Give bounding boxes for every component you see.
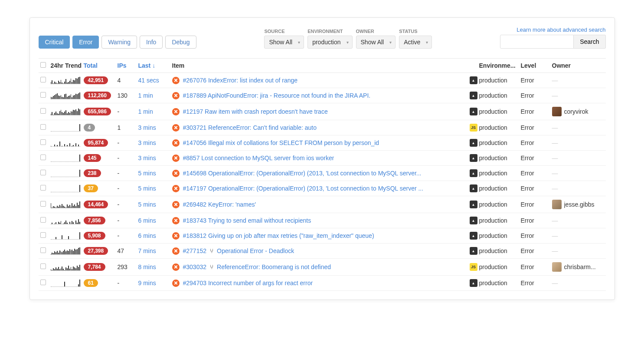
level-filter-buttons: Critical Error Warning Info Debug — [39, 36, 196, 49]
row-checkbox[interactable] — [40, 185, 46, 191]
search-button[interactable]: Search — [574, 35, 605, 49]
error-icon — [172, 217, 180, 224]
level-value: Error — [521, 280, 552, 286]
environment-dropdown[interactable]: production — [307, 36, 352, 49]
item-title-link[interactable]: #303721 ReferenceError: Can't find varia… — [183, 124, 317, 131]
total-badge: 14,464 — [84, 201, 108, 208]
col-ips[interactable]: IPs — [118, 62, 138, 69]
item-title-link[interactable]: #183812 Giving up on job after max retri… — [183, 232, 374, 239]
table-row: 61-9 mins#294703 Incorrect number of arg… — [39, 276, 606, 291]
item-title-link[interactable]: #8857 Lost connection to MySQL server fr… — [183, 155, 334, 161]
owner-dropdown[interactable]: Show All — [356, 36, 396, 49]
col-last[interactable]: Last ↓ — [138, 62, 168, 69]
item-title-link[interactable]: #147197 OperationalError: (OperationalEr… — [183, 185, 424, 192]
search-input[interactable] — [500, 35, 574, 49]
total-badge: 61 — [84, 279, 98, 287]
platform-icon — [470, 108, 477, 115]
item-title-link[interactable]: Operational Error - Deadlock — [217, 247, 294, 254]
item-title-link[interactable]: #147056 Illegal mix of collations for SE… — [183, 139, 379, 146]
platform-icon — [470, 92, 477, 99]
row-checkbox[interactable] — [40, 155, 46, 160]
item-title-link[interactable]: #267076 IndexError: list index out of ra… — [183, 77, 298, 84]
item-id[interactable]: #303032 — [183, 263, 207, 270]
last-seen-link[interactable]: 9 mins — [138, 280, 168, 286]
status-dropdown[interactable]: Active — [399, 36, 432, 49]
no-owner: — — [552, 124, 558, 131]
owner-name: jesse.gibbs — [564, 201, 595, 208]
row-checkbox[interactable] — [40, 170, 46, 175]
owner-cell: — — [552, 139, 604, 146]
table-row: 655,986-1 min#12197 Raw item with crash … — [39, 103, 606, 120]
last-seen-link[interactable]: 6 mins — [138, 232, 168, 239]
javascript-icon: JS — [470, 124, 477, 132]
last-seen-link[interactable]: 7 mins — [138, 247, 168, 254]
row-checkbox[interactable] — [40, 201, 46, 207]
total-badge: 95,874 — [84, 139, 108, 147]
sparkline — [51, 217, 80, 224]
advanced-search-link[interactable]: Learn more about advanced search — [517, 26, 605, 33]
last-seen-link[interactable]: 6 mins — [138, 217, 168, 224]
no-owner: — — [552, 170, 558, 177]
owner-avatar — [552, 262, 562, 272]
last-seen-link[interactable]: 5 mins — [138, 185, 168, 192]
last-seen-link[interactable]: 5 mins — [138, 170, 168, 177]
owner-cell: — — [552, 217, 604, 224]
environment-value: production — [479, 139, 521, 146]
select-all-checkbox[interactable] — [40, 62, 46, 68]
last-seen-link[interactable]: 8 mins — [138, 263, 168, 270]
row-checkbox[interactable] — [40, 247, 46, 253]
level-value: Error — [521, 155, 552, 161]
col-item: Item — [168, 62, 468, 69]
error-icon — [172, 185, 180, 192]
item-title-link[interactable]: #12197 Raw item with crash report doesn'… — [183, 108, 328, 115]
owner-label: OWNER — [356, 29, 396, 34]
filter-error[interactable]: Error — [72, 36, 99, 49]
col-total[interactable]: Total — [84, 62, 118, 69]
item-title-link[interactable]: #269482 KeyError: 'names' — [183, 201, 256, 208]
owner-avatar — [552, 107, 562, 116]
row-checkbox[interactable] — [40, 217, 46, 223]
filter-warning[interactable]: Warning — [101, 36, 137, 49]
owner-cell: — — [552, 280, 604, 286]
error-icon — [172, 232, 180, 240]
row-checkbox[interactable] — [40, 139, 46, 145]
filter-critical[interactable]: Critical — [39, 36, 70, 49]
no-owner: — — [552, 280, 558, 286]
no-owner: — — [552, 92, 558, 99]
status-filter-group: STATUS Active — [399, 29, 432, 49]
last-seen-link[interactable]: 1 min — [138, 92, 168, 99]
filter-info[interactable]: Info — [140, 36, 163, 49]
table-row: 14,464-5 mins#269482 KeyError: 'names'pr… — [39, 196, 606, 213]
row-checkbox[interactable] — [40, 77, 46, 82]
item-title-link[interactable]: ReferenceError: Boomerang is not defined — [217, 263, 331, 270]
last-seen-link[interactable]: 3 mins — [138, 139, 168, 146]
total-badge: 238 — [84, 169, 101, 177]
owner-avatar — [552, 200, 562, 209]
item-title-link[interactable]: #145698 OperationalError: (OperationalEr… — [183, 170, 422, 177]
row-checkbox[interactable] — [40, 108, 46, 114]
item-id[interactable]: #277152 — [183, 247, 207, 254]
error-icon — [172, 108, 180, 115]
ips-value: 4 — [118, 77, 138, 84]
row-checkbox[interactable] — [40, 124, 46, 130]
table-row: 95,874-3 mins#147056 Illegal mix of coll… — [39, 135, 606, 151]
last-seen-link[interactable]: 41 secs — [138, 77, 168, 84]
item-title-link[interactable]: #183743 Trying to send email without rec… — [183, 217, 311, 224]
last-seen-link[interactable]: 3 mins — [138, 124, 168, 131]
last-seen-link[interactable]: 3 mins — [138, 155, 168, 161]
last-seen-link[interactable]: 5 mins — [138, 201, 168, 208]
owner-cell: — — [552, 185, 604, 192]
source-dropdown[interactable]: Show All — [264, 36, 304, 49]
last-seen-link[interactable]: 1 min — [138, 108, 168, 115]
table-row: 7,856-6 mins#183743 Trying to send email… — [39, 213, 606, 228]
row-checkbox[interactable] — [40, 280, 46, 285]
ips-value: - — [118, 232, 138, 239]
row-checkbox[interactable] — [40, 263, 46, 269]
level-value: Error — [521, 247, 552, 254]
filter-debug[interactable]: Debug — [165, 36, 196, 49]
environment-value: production — [479, 124, 521, 131]
row-checkbox[interactable] — [40, 232, 46, 238]
item-title-link[interactable]: #294703 Incorrect number of args for rea… — [183, 280, 313, 286]
item-title-link[interactable]: #187889 ApiNotFoundError: jira - Resourc… — [183, 92, 371, 99]
row-checkbox[interactable] — [40, 92, 46, 98]
